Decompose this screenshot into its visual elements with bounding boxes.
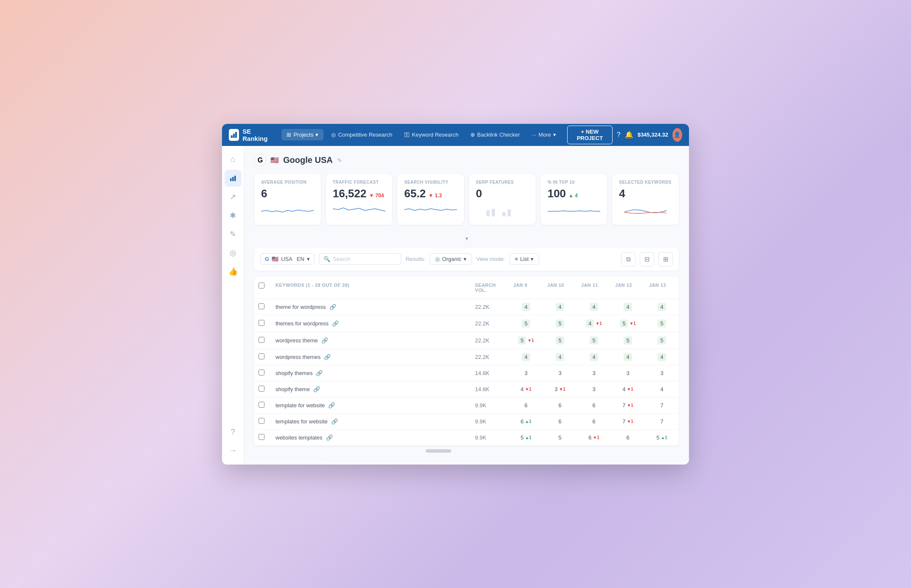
scroll-thumb[interactable] <box>426 449 451 453</box>
sidebar-item-rankings[interactable] <box>225 170 242 187</box>
td-keyword-2: themes for wordpress 🔗 <box>271 316 471 331</box>
table-row: wordpress theme 🔗 22.2K 5 ▼1 5 5 5 5 <box>254 332 679 349</box>
td-check-6 <box>254 381 271 397</box>
row-checkbox-4[interactable] <box>259 353 264 359</box>
columns-btn[interactable]: ⊞ <box>658 252 673 266</box>
expand-row[interactable]: ▾ <box>254 233 679 248</box>
organic-btn[interactable]: ◎ Organic ▾ <box>430 253 472 265</box>
mini-chart-keywords <box>619 204 672 219</box>
geo-selector[interactable]: G 🇺🇸 USA EN ▾ <box>260 253 315 265</box>
th-checkbox <box>254 280 271 295</box>
row-checkbox-6[interactable] <box>259 386 264 392</box>
sidebar-item-help[interactable]: ? <box>225 424 242 441</box>
row-checkbox-1[interactable] <box>259 303 264 309</box>
sidebar-item-location[interactable]: ◎ <box>225 244 242 261</box>
link-icon-8[interactable]: 🔗 <box>331 418 338 425</box>
chevron-down-more-icon: ▾ <box>553 132 556 138</box>
td-jan11-7: 6 <box>577 398 611 413</box>
row-checkbox-2[interactable] <box>259 320 264 326</box>
search-box[interactable]: 🔍 Search <box>319 253 402 265</box>
edit-icon[interactable]: ✎ <box>337 157 342 164</box>
link-icon-4[interactable]: 🔗 <box>324 354 331 360</box>
link-icon-2[interactable]: 🔗 <box>332 320 339 327</box>
link-icon-9[interactable]: 🔗 <box>326 434 333 441</box>
nav-actions: + NEW PROJECT ? 🔔 $345,324.32 👤 <box>567 126 682 144</box>
organic-icon: ◎ <box>435 256 440 262</box>
more-btn[interactable]: ··· More ▾ <box>528 129 560 140</box>
stat-value-traffic: 16,522 ▼ 704 <box>333 187 386 200</box>
stats-row: AVERAGE POSITION 6 TRAFFIC FORECAST 16,5… <box>254 174 679 225</box>
stat-value-visibility: 65.2 ▼ 1.3 <box>404 187 457 200</box>
link-icon-1[interactable]: 🔗 <box>329 304 336 310</box>
stat-label-serp: SERP FEATURES <box>476 180 529 185</box>
notification-icon[interactable]: 🔔 <box>625 131 633 139</box>
competitive-research-btn[interactable]: ◎ Competitive Research <box>327 129 396 140</box>
svg-rect-9 <box>508 210 511 216</box>
mini-chart-avg <box>261 204 314 219</box>
row-checkbox-3[interactable] <box>259 337 264 343</box>
country-label: USA <box>281 256 292 262</box>
sidebar-item-thumbs[interactable]: 👍 <box>225 263 242 280</box>
keyword-text-7: template for website <box>276 402 325 409</box>
td-jan12-5: 3 <box>611 366 645 381</box>
svg-rect-5 <box>234 176 236 181</box>
td-check-5 <box>254 365 271 381</box>
td-keyword-9: websites templates 🔗 <box>271 430 471 445</box>
td-keyword-3: wordpress theme 🔗 <box>271 333 471 348</box>
th-jan13: JAN 13 <box>645 280 679 295</box>
row-checkbox-5[interactable] <box>259 370 264 375</box>
keyword-text-3: wordpress theme <box>276 337 318 344</box>
link-icon-6[interactable]: 🔗 <box>313 386 320 392</box>
language-label: EN <box>297 256 304 262</box>
sidebar-item-arrow[interactable]: → <box>225 442 242 459</box>
projects-btn[interactable]: ⊞ Projects ▾ <box>281 129 323 140</box>
list-btn[interactable]: ≡ List ▾ <box>509 253 540 265</box>
table-row: theme for wordpress 🔗 22.2K 4 4 4 4 4 <box>254 299 679 315</box>
td-jan11-6: 3 <box>577 382 611 397</box>
link-icon-7[interactable]: 🔗 <box>328 402 335 409</box>
backlink-checker-btn[interactable]: ⊕ Backlink Checker <box>466 129 524 140</box>
help-nav-icon[interactable]: ? <box>617 131 621 139</box>
select-all-checkbox[interactable] <box>259 283 264 288</box>
sidebar-item-edit[interactable]: ✎ <box>225 226 242 243</box>
stat-card-top10: % IN TOP 10 100 ▲ 4 <box>541 174 607 225</box>
sidebar-item-analytics[interactable]: ↗ <box>225 188 242 205</box>
row-checkbox-7[interactable] <box>259 402 264 408</box>
mini-chart-top10 <box>548 204 601 219</box>
td-vol-3: 22.2K <box>471 333 509 348</box>
keyword-research-btn[interactable]: ⚿ Keyword Research <box>400 129 463 140</box>
user-avatar[interactable]: 👤 <box>672 128 682 142</box>
td-jan12-4: 4 <box>611 350 645 364</box>
sidebar-item-tools[interactable]: ✱ <box>225 207 242 224</box>
row-checkbox-8[interactable] <box>259 418 264 424</box>
table-row: shopify themes 🔗 14.8K 3 3 3 3 3 <box>254 365 679 381</box>
td-jan10-3: 5 <box>543 333 577 348</box>
stat-card-avg-position: AVERAGE POSITION 6 <box>254 174 321 225</box>
layers-icon: ⊞ <box>287 132 291 138</box>
stat-value-serp: 0 <box>476 187 529 200</box>
stat-value-avg: 6 <box>261 187 314 200</box>
link-icon-3[interactable]: 🔗 <box>321 337 328 344</box>
chevron-geo-icon: ▾ <box>307 256 310 262</box>
th-jan11: JAN 11 <box>577 280 611 295</box>
keyword-text-1: theme for wordpress <box>276 304 326 310</box>
stat-card-serp: SERP FEATURES 0 <box>469 174 536 225</box>
link-icon: ⊕ <box>470 132 475 138</box>
mini-chart-serp <box>476 204 529 219</box>
copy-btn[interactable]: ⧉ <box>621 252 635 266</box>
td-jan13-6: 4 <box>645 382 679 397</box>
row-checkbox-9[interactable] <box>259 434 264 440</box>
td-check-8 <box>254 414 271 429</box>
link-icon-5[interactable]: 🔗 <box>316 370 323 376</box>
filter-btn[interactable]: ⊟ <box>640 252 654 266</box>
flag-icon: 🇺🇸 <box>270 156 279 164</box>
new-project-button[interactable]: + NEW PROJECT <box>567 126 613 144</box>
td-vol-8: 9.9K <box>471 414 509 429</box>
td-jan12-1: 4 <box>611 300 645 314</box>
td-vol-6: 14.8K <box>471 382 509 397</box>
sidebar-item-home[interactable]: ⌂ <box>225 151 242 168</box>
td-jan11-9: 6 ▼1 <box>577 430 611 445</box>
browser-window: SE Ranking ⊞ Projects ▾ ◎ Competitive Re… <box>222 124 689 465</box>
keyword-text-5: shopify themes <box>276 370 312 376</box>
top-nav: SE Ranking ⊞ Projects ▾ ◎ Competitive Re… <box>222 124 689 146</box>
